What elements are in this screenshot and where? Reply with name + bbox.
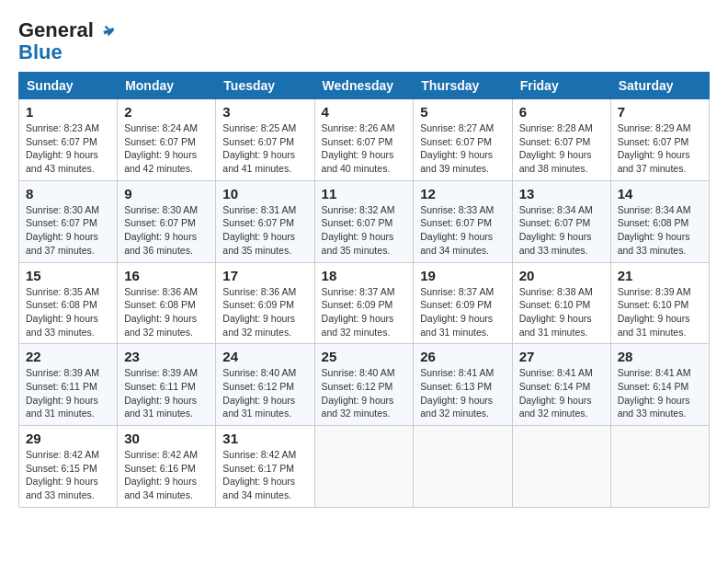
day-info: Sunrise: 8:42 AMSunset: 6:17 PMDaylight:… bbox=[222, 448, 307, 502]
day-number: 27 bbox=[519, 349, 604, 364]
calendar-cell: 20Sunrise: 8:38 AMSunset: 6:10 PMDayligh… bbox=[512, 262, 610, 344]
page-header: General Blue bbox=[18, 18, 710, 63]
day-info: Sunrise: 8:36 AMSunset: 6:09 PMDaylight:… bbox=[222, 285, 307, 339]
day-info: Sunrise: 8:39 AMSunset: 6:10 PMDaylight:… bbox=[618, 285, 702, 339]
day-number: 22 bbox=[26, 349, 110, 364]
day-number: 16 bbox=[124, 268, 209, 283]
day-number: 13 bbox=[519, 186, 604, 201]
calendar-cell: 13Sunrise: 8:34 AMSunset: 6:07 PMDayligh… bbox=[512, 180, 610, 262]
weekday-header-wednesday: Wednesday bbox=[314, 73, 414, 99]
logo-bird-icon bbox=[96, 21, 116, 41]
calendar-cell: 31Sunrise: 8:42 AMSunset: 6:17 PMDayligh… bbox=[216, 426, 314, 508]
day-info: Sunrise: 8:30 AMSunset: 6:07 PMDaylight:… bbox=[124, 203, 209, 258]
day-info: Sunrise: 8:36 AMSunset: 6:08 PMDaylight:… bbox=[124, 285, 209, 339]
day-info: Sunrise: 8:26 AMSunset: 6:07 PMDaylight:… bbox=[322, 121, 407, 176]
day-info: Sunrise: 8:40 AMSunset: 6:12 PMDaylight:… bbox=[322, 366, 407, 420]
calendar-cell: 9Sunrise: 8:30 AMSunset: 6:07 PMDaylight… bbox=[118, 180, 216, 262]
calendar-cell: 2Sunrise: 8:24 AMSunset: 6:07 PMDaylight… bbox=[118, 99, 216, 181]
logo: General Blue bbox=[18, 18, 116, 63]
day-info: Sunrise: 8:41 AMSunset: 6:13 PMDaylight:… bbox=[420, 366, 505, 420]
calendar-week-row: 22Sunrise: 8:39 AMSunset: 6:11 PMDayligh… bbox=[19, 344, 710, 426]
calendar-body: 1Sunrise: 8:23 AMSunset: 6:07 PMDaylight… bbox=[19, 99, 710, 508]
calendar-cell: 16Sunrise: 8:36 AMSunset: 6:08 PMDayligh… bbox=[118, 262, 216, 344]
day-info: Sunrise: 8:23 AMSunset: 6:07 PMDaylight:… bbox=[26, 121, 110, 176]
day-number: 12 bbox=[420, 186, 505, 201]
calendar-cell: 15Sunrise: 8:35 AMSunset: 6:08 PMDayligh… bbox=[19, 262, 118, 344]
day-info: Sunrise: 8:27 AMSunset: 6:07 PMDaylight:… bbox=[420, 121, 505, 176]
weekday-header-friday: Friday bbox=[512, 73, 610, 99]
day-info: Sunrise: 8:37 AMSunset: 6:09 PMDaylight:… bbox=[322, 285, 407, 339]
calendar-week-row: 29Sunrise: 8:42 AMSunset: 6:15 PMDayligh… bbox=[19, 426, 710, 508]
day-info: Sunrise: 8:38 AMSunset: 6:10 PMDaylight:… bbox=[519, 285, 604, 339]
weekday-header-sunday: Sunday bbox=[19, 73, 118, 99]
calendar-cell: 27Sunrise: 8:41 AMSunset: 6:14 PMDayligh… bbox=[512, 344, 610, 426]
calendar-cell: 29Sunrise: 8:42 AMSunset: 6:15 PMDayligh… bbox=[19, 426, 118, 508]
day-info: Sunrise: 8:40 AMSunset: 6:12 PMDaylight:… bbox=[222, 366, 307, 420]
calendar-cell: 25Sunrise: 8:40 AMSunset: 6:12 PMDayligh… bbox=[314, 344, 414, 426]
day-number: 14 bbox=[618, 186, 702, 201]
calendar-cell: 1Sunrise: 8:23 AMSunset: 6:07 PMDaylight… bbox=[19, 99, 118, 181]
day-number: 11 bbox=[322, 186, 407, 201]
day-info: Sunrise: 8:25 AMSunset: 6:07 PMDaylight:… bbox=[222, 121, 307, 176]
day-number: 1 bbox=[26, 104, 110, 120]
day-number: 28 bbox=[618, 349, 702, 364]
calendar-cell: 17Sunrise: 8:36 AMSunset: 6:09 PMDayligh… bbox=[216, 262, 314, 344]
calendar-cell: 10Sunrise: 8:31 AMSunset: 6:07 PMDayligh… bbox=[216, 180, 314, 262]
day-number: 8 bbox=[26, 186, 110, 201]
calendar-cell bbox=[610, 426, 709, 508]
day-number: 25 bbox=[322, 349, 407, 364]
day-info: Sunrise: 8:42 AMSunset: 6:16 PMDaylight:… bbox=[124, 448, 209, 502]
day-info: Sunrise: 8:37 AMSunset: 6:09 PMDaylight:… bbox=[420, 285, 505, 339]
day-number: 19 bbox=[420, 268, 505, 283]
logo-text: General bbox=[18, 18, 116, 42]
day-number: 3 bbox=[222, 104, 307, 120]
day-info: Sunrise: 8:34 AMSunset: 6:08 PMDaylight:… bbox=[618, 203, 702, 258]
calendar-cell: 19Sunrise: 8:37 AMSunset: 6:09 PMDayligh… bbox=[414, 262, 512, 344]
weekday-header-saturday: Saturday bbox=[610, 73, 709, 99]
day-info: Sunrise: 8:32 AMSunset: 6:07 PMDaylight:… bbox=[322, 203, 407, 258]
day-info: Sunrise: 8:30 AMSunset: 6:07 PMDaylight:… bbox=[26, 203, 110, 258]
day-number: 9 bbox=[124, 186, 209, 201]
day-number: 31 bbox=[222, 431, 307, 446]
day-number: 17 bbox=[222, 268, 307, 283]
calendar-cell: 26Sunrise: 8:41 AMSunset: 6:13 PMDayligh… bbox=[414, 344, 512, 426]
calendar-cell: 11Sunrise: 8:32 AMSunset: 6:07 PMDayligh… bbox=[314, 180, 414, 262]
day-info: Sunrise: 8:33 AMSunset: 6:07 PMDaylight:… bbox=[420, 203, 505, 258]
day-number: 7 bbox=[618, 104, 702, 120]
day-number: 26 bbox=[420, 349, 505, 364]
calendar-cell: 6Sunrise: 8:28 AMSunset: 6:07 PMDaylight… bbox=[512, 99, 610, 181]
day-info: Sunrise: 8:34 AMSunset: 6:07 PMDaylight:… bbox=[519, 203, 604, 258]
day-info: Sunrise: 8:29 AMSunset: 6:07 PMDaylight:… bbox=[618, 121, 702, 176]
day-number: 21 bbox=[618, 268, 702, 283]
calendar-cell bbox=[512, 426, 610, 508]
calendar-header-row: SundayMondayTuesdayWednesdayThursdayFrid… bbox=[19, 73, 710, 99]
calendar-cell: 21Sunrise: 8:39 AMSunset: 6:10 PMDayligh… bbox=[610, 262, 709, 344]
calendar-cell bbox=[314, 426, 414, 508]
weekday-header-thursday: Thursday bbox=[414, 73, 512, 99]
day-number: 4 bbox=[322, 104, 407, 120]
day-number: 5 bbox=[420, 104, 505, 120]
calendar-cell: 18Sunrise: 8:37 AMSunset: 6:09 PMDayligh… bbox=[314, 262, 414, 344]
day-info: Sunrise: 8:24 AMSunset: 6:07 PMDaylight:… bbox=[124, 121, 209, 176]
calendar-cell: 14Sunrise: 8:34 AMSunset: 6:08 PMDayligh… bbox=[610, 180, 709, 262]
calendar-cell: 22Sunrise: 8:39 AMSunset: 6:11 PMDayligh… bbox=[19, 344, 118, 426]
calendar-cell: 7Sunrise: 8:29 AMSunset: 6:07 PMDaylight… bbox=[610, 99, 709, 181]
day-number: 6 bbox=[519, 104, 604, 120]
calendar-cell: 24Sunrise: 8:40 AMSunset: 6:12 PMDayligh… bbox=[216, 344, 314, 426]
day-info: Sunrise: 8:41 AMSunset: 6:14 PMDaylight:… bbox=[519, 366, 604, 420]
calendar-cell: 12Sunrise: 8:33 AMSunset: 6:07 PMDayligh… bbox=[414, 180, 512, 262]
day-info: Sunrise: 8:39 AMSunset: 6:11 PMDaylight:… bbox=[26, 366, 110, 420]
day-info: Sunrise: 8:31 AMSunset: 6:07 PMDaylight:… bbox=[222, 203, 307, 258]
calendar-week-row: 1Sunrise: 8:23 AMSunset: 6:07 PMDaylight… bbox=[19, 99, 710, 181]
day-number: 20 bbox=[519, 268, 604, 283]
day-number: 2 bbox=[124, 104, 209, 120]
calendar-week-row: 8Sunrise: 8:30 AMSunset: 6:07 PMDaylight… bbox=[19, 180, 710, 262]
logo-blue-text: Blue bbox=[18, 42, 63, 63]
day-info: Sunrise: 8:28 AMSunset: 6:07 PMDaylight:… bbox=[519, 121, 604, 176]
weekday-header-tuesday: Tuesday bbox=[216, 73, 314, 99]
weekday-header-monday: Monday bbox=[118, 73, 216, 99]
calendar-cell bbox=[414, 426, 512, 508]
day-info: Sunrise: 8:41 AMSunset: 6:14 PMDaylight:… bbox=[618, 366, 702, 420]
calendar-cell: 8Sunrise: 8:30 AMSunset: 6:07 PMDaylight… bbox=[19, 180, 118, 262]
day-number: 10 bbox=[222, 186, 307, 201]
